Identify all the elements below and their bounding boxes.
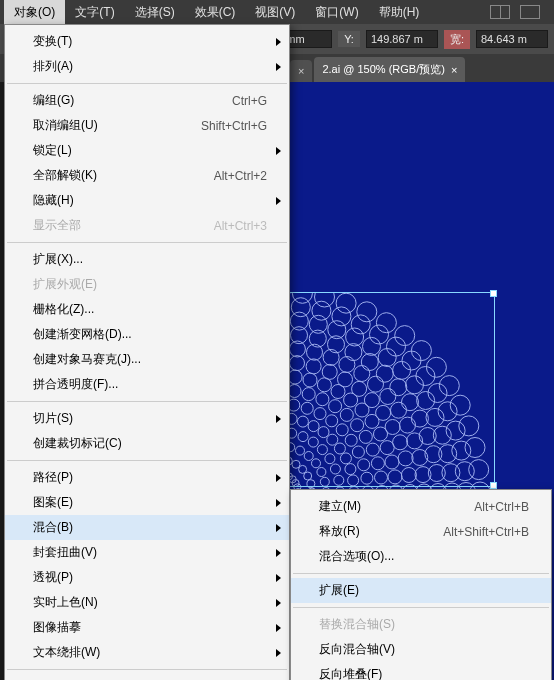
menu-shortcut: Alt+Ctrl+B bbox=[474, 500, 529, 514]
menu-item-label: 透视(P) bbox=[33, 569, 73, 586]
blend-submenu-item-2[interactable]: 混合选项(O)... bbox=[291, 544, 551, 569]
menu-shortcut: Alt+Shift+Ctrl+B bbox=[443, 525, 529, 539]
menu-item-label: 隐藏(H) bbox=[33, 192, 74, 209]
menu-item-label: 释放(R) bbox=[319, 523, 360, 540]
menu-item-label: 创建渐变网格(D)... bbox=[33, 326, 132, 343]
menu-separator bbox=[7, 401, 287, 402]
menu-separator bbox=[7, 460, 287, 461]
object-menu-item-21[interactable]: 图案(E) bbox=[5, 490, 289, 515]
object-menu-item-27[interactable]: 文本绕排(W) bbox=[5, 640, 289, 665]
menu-item-label: 反向堆叠(F) bbox=[319, 666, 382, 680]
menu-item-label: 创建裁切标记(C) bbox=[33, 435, 122, 452]
submenu-arrow-icon bbox=[276, 524, 281, 532]
blend-submenu-item-6: 替换混合轴(S) bbox=[291, 612, 551, 637]
tab-label: 2.ai @ 150% (RGB/预览) bbox=[322, 62, 444, 77]
object-menu-item-20[interactable]: 路径(P) bbox=[5, 465, 289, 490]
menubar-item-help[interactable]: 帮助(H) bbox=[369, 0, 430, 25]
submenu-arrow-icon bbox=[276, 549, 281, 557]
menu-item-label: 创建对象马赛克(J)... bbox=[33, 351, 141, 368]
submenu-arrow-icon bbox=[276, 499, 281, 507]
object-menu-item-4[interactable]: 取消编组(U)Shift+Ctrl+G bbox=[5, 113, 289, 138]
submenu-arrow-icon bbox=[276, 599, 281, 607]
label-y: Y: bbox=[338, 31, 360, 47]
menu-separator bbox=[293, 607, 549, 608]
menu-separator bbox=[293, 573, 549, 574]
object-menu: 变换(T)排列(A)编组(G)Ctrl+G取消编组(U)Shift+Ctrl+G… bbox=[4, 24, 290, 680]
menubar-item-view[interactable]: 视图(V) bbox=[245, 0, 305, 25]
object-menu-item-15[interactable]: 拼合透明度(F)... bbox=[5, 372, 289, 397]
submenu-arrow-icon bbox=[276, 649, 281, 657]
submenu-arrow-icon bbox=[276, 147, 281, 155]
submenu-arrow-icon bbox=[276, 63, 281, 71]
field-y[interactable] bbox=[366, 30, 438, 48]
menu-separator bbox=[7, 83, 287, 84]
menu-item-label: 切片(S) bbox=[33, 410, 73, 427]
object-menu-item-17[interactable]: 切片(S) bbox=[5, 406, 289, 431]
blend-submenu-item-4[interactable]: 扩展(E) bbox=[291, 578, 551, 603]
submenu-arrow-icon bbox=[276, 415, 281, 423]
blend-submenu: 建立(M)Alt+Ctrl+B释放(R)Alt+Shift+Ctrl+B混合选项… bbox=[290, 489, 552, 680]
object-menu-item-3[interactable]: 编组(G)Ctrl+G bbox=[5, 88, 289, 113]
object-menu-item-0[interactable]: 变换(T) bbox=[5, 29, 289, 54]
object-menu-item-29[interactable]: 剪切蒙版(M) bbox=[5, 674, 289, 680]
menu-item-label: 替换混合轴(S) bbox=[319, 616, 395, 633]
object-menu-item-11: 扩展外观(E) bbox=[5, 272, 289, 297]
menu-separator bbox=[7, 669, 287, 670]
menu-item-label: 取消编组(U) bbox=[33, 117, 98, 134]
tab-a[interactable]: × bbox=[290, 60, 312, 82]
menu-item-label: 全部解锁(K) bbox=[33, 167, 97, 184]
menubar-item-effect[interactable]: 效果(C) bbox=[185, 0, 246, 25]
blend-submenu-item-8[interactable]: 反向堆叠(F) bbox=[291, 662, 551, 680]
object-menu-item-1[interactable]: 排列(A) bbox=[5, 54, 289, 79]
menu-item-label: 拼合透明度(F)... bbox=[33, 376, 118, 393]
object-menu-item-24[interactable]: 透视(P) bbox=[5, 565, 289, 590]
layout-icon[interactable] bbox=[490, 5, 510, 19]
screen-icon[interactable] bbox=[520, 5, 540, 19]
menubar-item-window[interactable]: 窗口(W) bbox=[305, 0, 368, 25]
menu-item-label: 图像描摹 bbox=[33, 619, 81, 636]
object-menu-item-22[interactable]: 混合(B) bbox=[5, 515, 289, 540]
menu-item-label: 图案(E) bbox=[33, 494, 73, 511]
object-menu-item-7[interactable]: 隐藏(H) bbox=[5, 188, 289, 213]
tab-b[interactable]: 2.ai @ 150% (RGB/预览) × bbox=[314, 57, 465, 82]
menubar-item-object[interactable]: 对象(O) bbox=[4, 0, 65, 25]
submenu-arrow-icon bbox=[276, 38, 281, 46]
tab-close[interactable]: × bbox=[298, 65, 304, 77]
object-menu-item-12[interactable]: 栅格化(Z)... bbox=[5, 297, 289, 322]
menu-item-label: 锁定(L) bbox=[33, 142, 72, 159]
menu-item-label: 扩展外观(E) bbox=[33, 276, 97, 293]
tab-close[interactable]: × bbox=[451, 64, 457, 76]
menu-item-label: 混合选项(O)... bbox=[319, 548, 394, 565]
object-menu-item-23[interactable]: 封套扭曲(V) bbox=[5, 540, 289, 565]
menu-item-label: 实时上色(N) bbox=[33, 594, 98, 611]
blend-submenu-item-0[interactable]: 建立(M)Alt+Ctrl+B bbox=[291, 494, 551, 519]
menu-item-label: 反向混合轴(V) bbox=[319, 641, 395, 658]
menu-item-label: 栅格化(Z)... bbox=[33, 301, 94, 318]
blend-submenu-item-1[interactable]: 释放(R)Alt+Shift+Ctrl+B bbox=[291, 519, 551, 544]
object-menu-item-18[interactable]: 创建裁切标记(C) bbox=[5, 431, 289, 456]
submenu-arrow-icon bbox=[276, 574, 281, 582]
object-menu-item-5[interactable]: 锁定(L) bbox=[5, 138, 289, 163]
menu-item-label: 显示全部 bbox=[33, 217, 81, 234]
menu-item-label: 变换(T) bbox=[33, 33, 72, 50]
menu-item-label: 路径(P) bbox=[33, 469, 73, 486]
field-w[interactable] bbox=[476, 30, 548, 48]
menu-item-label: 文本绕排(W) bbox=[33, 644, 100, 661]
object-menu-item-25[interactable]: 实时上色(N) bbox=[5, 590, 289, 615]
object-menu-item-26[interactable]: 图像描摹 bbox=[5, 615, 289, 640]
object-menu-item-6[interactable]: 全部解锁(K)Alt+Ctrl+2 bbox=[5, 163, 289, 188]
object-menu-item-10[interactable]: 扩展(X)... bbox=[5, 247, 289, 272]
menubar-item-type[interactable]: 文字(T) bbox=[65, 0, 124, 25]
menu-item-label: 扩展(X)... bbox=[33, 251, 83, 268]
blend-submenu-item-7[interactable]: 反向混合轴(V) bbox=[291, 637, 551, 662]
menubar-item-select[interactable]: 选择(S) bbox=[125, 0, 185, 25]
selection-bbox[interactable] bbox=[290, 292, 495, 487]
object-menu-item-14[interactable]: 创建对象马赛克(J)... bbox=[5, 347, 289, 372]
submenu-arrow-icon bbox=[276, 624, 281, 632]
menubar-right bbox=[490, 5, 550, 19]
object-menu-item-13[interactable]: 创建渐变网格(D)... bbox=[5, 322, 289, 347]
menu-shortcut: Alt+Ctrl+2 bbox=[214, 169, 267, 183]
menubar: 对象(O) 文字(T) 选择(S) 效果(C) 视图(V) 窗口(W) 帮助(H… bbox=[0, 0, 554, 24]
menu-item-label: 扩展(E) bbox=[319, 582, 359, 599]
label-w: 宽: bbox=[444, 30, 470, 49]
